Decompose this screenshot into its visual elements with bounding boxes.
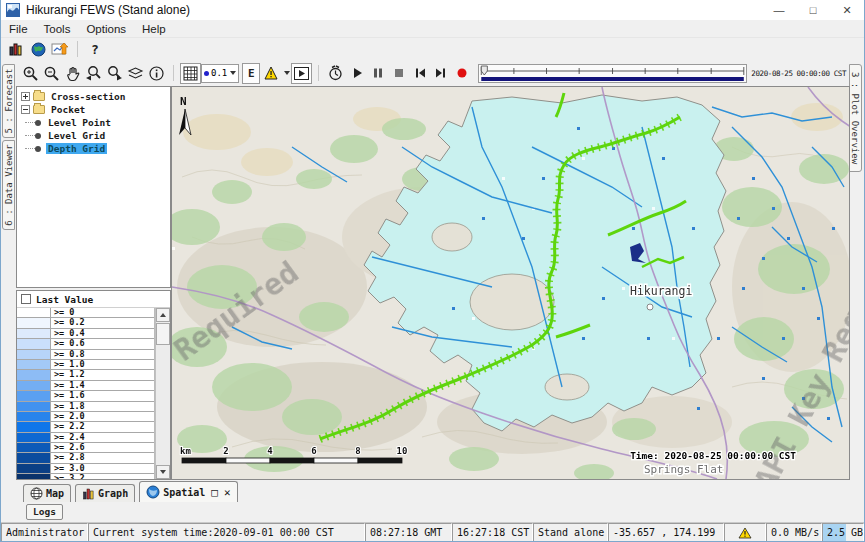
- layer-bullet-icon: [35, 133, 41, 139]
- legend-row: >= 0.6: [17, 339, 154, 349]
- logs-row: Logs: [1, 502, 864, 523]
- info-icon[interactable]: [146, 63, 167, 84]
- animation-icon[interactable]: [291, 63, 312, 84]
- toolbar-separator: [318, 65, 319, 81]
- database-icon[interactable]: [5, 39, 27, 59]
- status-user: Administrator: [1, 523, 88, 542]
- legend-row: >= 2.2: [17, 422, 154, 432]
- close-button[interactable]: ✕: [830, 0, 864, 20]
- last-value-checkbox[interactable]: [21, 294, 31, 304]
- play-button[interactable]: [346, 63, 367, 84]
- tree-node-cross-section[interactable]: Cross-section: [20, 90, 170, 103]
- legend-header: Last Value: [17, 291, 170, 308]
- svg-text:km: km: [180, 446, 191, 456]
- legend-title: Last Value: [36, 294, 93, 305]
- menu-file[interactable]: File: [1, 23, 36, 35]
- pan-icon[interactable]: [62, 63, 83, 84]
- scroll-up-icon[interactable]: [156, 308, 170, 322]
- legend-row: >= 1.2: [17, 370, 154, 380]
- legend-row: >= 1.6: [17, 391, 154, 401]
- legend-row: >= 3.2: [17, 474, 154, 479]
- legend-swatch: [17, 474, 51, 479]
- status-bar: Administrator Current system time:2020-0…: [1, 523, 864, 542]
- svg-text:8: 8: [355, 446, 360, 456]
- legend-row: >= 2.6: [17, 443, 154, 453]
- maximize-button[interactable]: □: [796, 0, 830, 20]
- title-bar: Hikurangi FEWS (Stand alone) — □ ✕: [1, 0, 864, 20]
- svg-text:10: 10: [397, 446, 408, 456]
- status-transfer-rate: 0.0 MB/s: [766, 523, 822, 542]
- labels-toggle-button[interactable]: E: [242, 63, 260, 84]
- last-frame-button[interactable]: [430, 63, 451, 84]
- svg-text:N: N: [180, 95, 187, 108]
- legend-row: >= 1.8: [17, 402, 154, 412]
- scrollbar-thumb[interactable]: [156, 323, 170, 345]
- time-slider[interactable]: [478, 64, 747, 83]
- menu-options[interactable]: Options: [78, 23, 134, 35]
- blue-globe-icon: [146, 485, 160, 499]
- layer-tree: Cross-section Pocket Level Point Level G…: [16, 86, 171, 288]
- stop-button[interactable]: [388, 63, 409, 84]
- scroll-down-icon[interactable]: [156, 465, 170, 479]
- logs-button[interactable]: Logs: [26, 504, 63, 520]
- legend-row: >= 2.0: [17, 412, 154, 422]
- legend-scrollbar[interactable]: [155, 308, 170, 479]
- warnings-dropdown[interactable]: [263, 63, 291, 84]
- menu-tools[interactable]: Tools: [36, 23, 79, 35]
- status-memory-gauge: 2.5 GB: [822, 523, 864, 542]
- class-break-dropdown[interactable]: 0.1: [201, 64, 239, 83]
- tree-node-level-point[interactable]: Level Point: [20, 116, 170, 129]
- right-tab-strip: 3 : Plot Overview: [848, 60, 864, 480]
- tab-spatial[interactable]: Spatial □ ✕: [139, 481, 237, 502]
- legend-row: >= 1.0: [17, 360, 154, 370]
- grid-display-icon[interactable]: [180, 63, 201, 84]
- zoom-out-icon[interactable]: [41, 63, 62, 84]
- zoom-next-icon[interactable]: [104, 63, 125, 84]
- time-slider-thumb[interactable]: [482, 66, 488, 75]
- pause-button[interactable]: [367, 63, 388, 84]
- tab-forecast[interactable]: 5 : Forecast: [2, 64, 15, 138]
- chart-icon[interactable]: [49, 39, 71, 59]
- window-title: Hikurangi FEWS (Stand alone): [26, 3, 190, 17]
- tab-plot-overview[interactable]: 3 : Plot Overview: [849, 64, 862, 172]
- legend-panel: Last Value >= 0 >= 0.2 >= 0.4 >= 0.6 >= …: [16, 290, 171, 480]
- warning-icon: [738, 527, 752, 539]
- layers-icon[interactable]: [125, 63, 146, 84]
- globe-icon[interactable]: [27, 39, 49, 59]
- legend-swatch: [17, 308, 51, 317]
- tab-close-icon[interactable]: ✕: [224, 486, 231, 499]
- zoom-previous-icon[interactable]: [83, 63, 104, 84]
- tab-restore-icon[interactable]: □: [211, 486, 218, 499]
- tree-node-pocket[interactable]: Pocket: [20, 103, 170, 116]
- first-frame-button[interactable]: [409, 63, 430, 84]
- tree-node-level-grid[interactable]: Level Grid: [20, 129, 170, 142]
- collapse-icon[interactable]: [21, 105, 30, 114]
- scrollbar-track[interactable]: [156, 345, 170, 465]
- wire-globe-icon: [30, 487, 43, 500]
- tab-graph[interactable]: Graph: [75, 484, 135, 502]
- legend-row: >= 2.4: [17, 433, 154, 443]
- legend-swatch: [17, 360, 51, 369]
- help-button[interactable]: ?: [84, 39, 106, 59]
- zoom-in-icon[interactable]: [20, 63, 41, 84]
- legend-swatch: [17, 443, 51, 452]
- chevron-down-icon: [284, 71, 290, 75]
- app-icon: [6, 3, 20, 17]
- minimize-button[interactable]: —: [762, 0, 796, 20]
- record-button[interactable]: [451, 63, 472, 84]
- tree-connector: [25, 122, 35, 123]
- tab-map[interactable]: Map: [23, 484, 71, 502]
- tab-data-viewer[interactable]: 6 : Data Viewer: [2, 140, 15, 230]
- toolbar-separator: [77, 41, 78, 57]
- menu-help[interactable]: Help: [134, 23, 174, 35]
- svg-text:2: 2: [223, 446, 228, 456]
- status-warning-cell[interactable]: [724, 523, 766, 542]
- tree-node-depth-grid[interactable]: Depth Grid: [20, 142, 170, 155]
- application-window: Hikurangi FEWS (Stand alone) — □ ✕ File …: [0, 0, 865, 542]
- set-time-icon[interactable]: [325, 63, 346, 84]
- expand-icon[interactable]: [21, 92, 30, 101]
- legend-list: >= 0 >= 0.2 >= 0.4 >= 0.6 >= 0.8 >= 1.0 …: [17, 308, 170, 479]
- legend-swatch: [17, 350, 51, 359]
- map-canvas[interactable]: API Key Required API Key Required N Hiku…: [171, 86, 850, 480]
- layer-bullet-icon: [35, 146, 41, 152]
